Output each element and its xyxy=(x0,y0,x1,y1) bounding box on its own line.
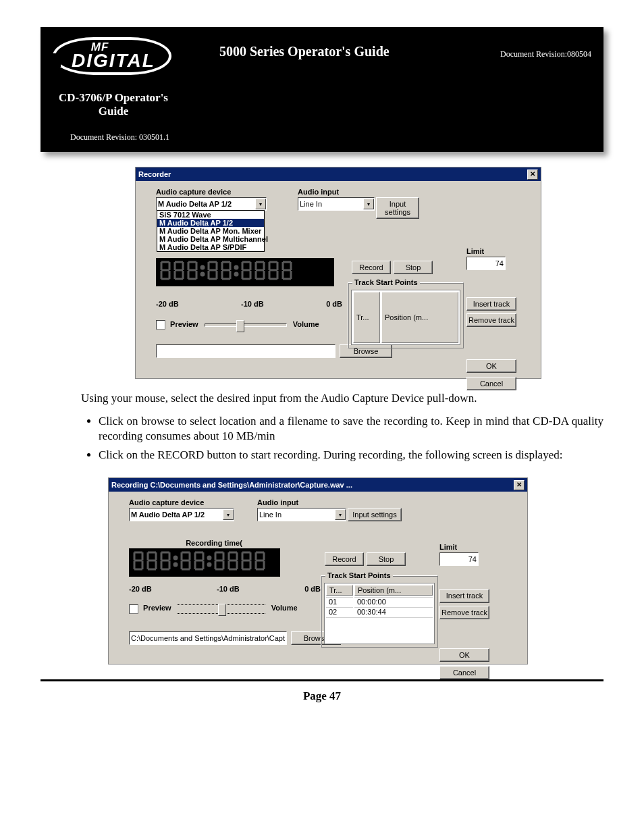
db-20: -20 dB xyxy=(129,585,152,593)
db-0: 0 dB xyxy=(304,585,321,593)
header-title: 5000 Series Operator's Guide xyxy=(219,44,390,59)
insert-track-button[interactable]: Insert track xyxy=(439,589,489,602)
label-recording-time: Recording time( xyxy=(146,539,281,547)
paragraph-1: Using your mouse, select the desired inp… xyxy=(81,391,603,406)
svg-point-1 xyxy=(201,273,204,276)
limit-field[interactable]: 74 xyxy=(439,552,479,566)
dialog-titlebar[interactable]: Recording C:\Documents and Settings\Admi… xyxy=(109,478,527,492)
close-icon[interactable]: ✕ xyxy=(527,170,538,180)
recorder-dialog-1: Recorder ✕ Audio capture device M Audio … xyxy=(135,167,541,379)
ok-button[interactable]: OK xyxy=(466,359,516,373)
logo: MF DIGITAL xyxy=(41,27,186,89)
close-icon[interactable]: ✕ xyxy=(514,480,525,490)
db-0: 0 dB xyxy=(326,300,342,308)
label-audio-input: Audio input xyxy=(257,498,402,506)
dialog-titlebar[interactable]: Recorder ✕ xyxy=(136,167,541,181)
table-row: 0200:30:44 xyxy=(326,607,433,616)
db-20: -20 dB xyxy=(156,300,179,308)
footer-rule xyxy=(41,679,603,681)
track-start-points-group: Track Start Points Tr...Position (m... xyxy=(348,282,464,348)
dropdown-item[interactable]: M Audio Delta AP Mon. Mixer xyxy=(157,227,264,235)
preview-label: Preview xyxy=(170,320,198,328)
label-limit: Limit xyxy=(439,543,479,551)
svg-point-0 xyxy=(201,266,204,269)
remove-track-button[interactable]: Remove track xyxy=(466,313,516,327)
bullet-list: Click on browse to select location and a… xyxy=(81,414,603,463)
capture-device-value: M Audio Delta AP 1/2 xyxy=(158,200,232,208)
db-10: -10 dB xyxy=(217,585,240,593)
track-start-points-group: Track Start Points Tr...Position (m... 0… xyxy=(321,575,438,648)
col-pos[interactable]: Position (m... xyxy=(354,585,433,596)
svg-point-6 xyxy=(208,556,211,559)
audio-input-combo[interactable]: Line In xyxy=(298,197,375,211)
db-scale: -20 dB -10 dB 0 dB xyxy=(129,583,321,594)
chevron-down-icon[interactable] xyxy=(335,509,346,520)
dialog-title-text: Recorder xyxy=(138,170,171,178)
input-settings-button[interactable]: Input settings xyxy=(376,197,419,219)
label-capture-device: Audio capture device xyxy=(129,498,244,506)
track-start-legend: Track Start Points xyxy=(352,278,420,286)
svg-point-3 xyxy=(235,273,238,276)
audio-input-value: Line In xyxy=(259,511,281,519)
path-field[interactable] xyxy=(156,344,336,358)
cancel-button[interactable]: Cancel xyxy=(439,666,489,679)
audio-input-value: Line In xyxy=(300,200,322,208)
record-button[interactable]: Record xyxy=(325,552,364,566)
chevron-down-icon[interactable] xyxy=(223,509,234,520)
svg-point-7 xyxy=(208,563,211,566)
stop-button[interactable]: Stop xyxy=(394,261,433,274)
dialog-title-text: Recording C:\Documents and Settings\Admi… xyxy=(111,481,352,489)
chevron-down-icon[interactable] xyxy=(255,199,266,209)
db-scale: -20 dB -10 dB 0 dB xyxy=(156,298,342,309)
preview-checkbox[interactable] xyxy=(156,320,165,330)
col-tr[interactable]: Tr... xyxy=(326,585,353,596)
dropdown-item[interactable]: M Audio Delta AP Multichannel xyxy=(157,235,264,243)
recording-time-display xyxy=(129,548,280,577)
path-field[interactable]: C:\Documents and Settings\Administrator\… xyxy=(129,631,287,645)
remove-track-button[interactable]: Remove track xyxy=(439,606,489,619)
svg-point-4 xyxy=(174,556,177,559)
volume-slider-thumb[interactable] xyxy=(218,604,226,616)
label-capture-device: Audio capture device xyxy=(156,188,271,196)
svg-point-2 xyxy=(235,266,238,269)
chevron-down-icon[interactable] xyxy=(363,199,374,209)
label-audio-input: Audio input xyxy=(298,188,419,196)
ok-button[interactable]: OK xyxy=(439,648,489,662)
table-row: 0100:00:00 xyxy=(326,597,433,606)
stop-button[interactable]: Stop xyxy=(367,552,406,566)
header-revision: Document Revision:080504 xyxy=(500,49,591,59)
volume-slider-thumb[interactable] xyxy=(236,320,244,332)
logo-line-2: DIGITAL xyxy=(53,52,174,69)
input-settings-button[interactable]: Input settings xyxy=(348,508,402,521)
col-tr[interactable]: Tr... xyxy=(353,292,380,343)
label-volume: Volume xyxy=(293,320,319,328)
track-table[interactable]: Tr...Position (m... 0100:00:00 0200:30:4… xyxy=(324,583,435,644)
track-table[interactable]: Tr...Position (m... xyxy=(351,290,460,345)
cd-guide-title: CD-3706/P Operator's Guide xyxy=(53,91,174,119)
record-button[interactable]: Record xyxy=(352,261,391,274)
dropdown-item[interactable]: M Audio Delta AP S/PDIF xyxy=(157,243,264,251)
capture-device-combo[interactable]: M Audio Delta AP 1/2 SiS 7012 Wave M Aud… xyxy=(156,197,267,211)
col-pos[interactable]: Position (m... xyxy=(381,292,458,343)
cd-guide-revision: Document Revision: 030501.1 xyxy=(70,132,169,142)
dropdown-item[interactable]: M Audio Delta AP 1/2 xyxy=(157,219,264,227)
preview-label: Preview xyxy=(143,604,171,612)
capture-device-value: M Audio Delta AP 1/2 xyxy=(131,511,205,519)
recording-time-display xyxy=(156,258,334,286)
db-10: -10 dB xyxy=(241,300,264,308)
capture-device-combo[interactable]: M Audio Delta AP 1/2 xyxy=(129,508,234,521)
preview-checkbox[interactable] xyxy=(129,604,138,614)
recorder-dialog-2: Recording C:\Documents and Settings\Admi… xyxy=(108,477,528,664)
limit-field[interactable]: 74 xyxy=(466,257,506,270)
cancel-button[interactable]: Cancel xyxy=(466,377,516,390)
capture-device-dropdown[interactable]: SiS 7012 Wave M Audio Delta AP 1/2 M Aud… xyxy=(157,210,265,252)
bullet-2: Click on the RECORD button to start reco… xyxy=(99,448,603,463)
bullet-1: Click on browse to select location and a… xyxy=(99,414,603,444)
label-limit: Limit xyxy=(466,247,506,255)
page-number: Page 47 xyxy=(41,689,603,703)
page-header: MF DIGITAL 5000 Series Operator's Guide … xyxy=(41,27,603,152)
label-volume: Volume xyxy=(271,604,298,612)
insert-track-button[interactable]: Insert track xyxy=(466,297,516,311)
audio-input-combo[interactable]: Line In xyxy=(257,508,346,521)
dropdown-item[interactable]: SiS 7012 Wave xyxy=(157,211,264,219)
